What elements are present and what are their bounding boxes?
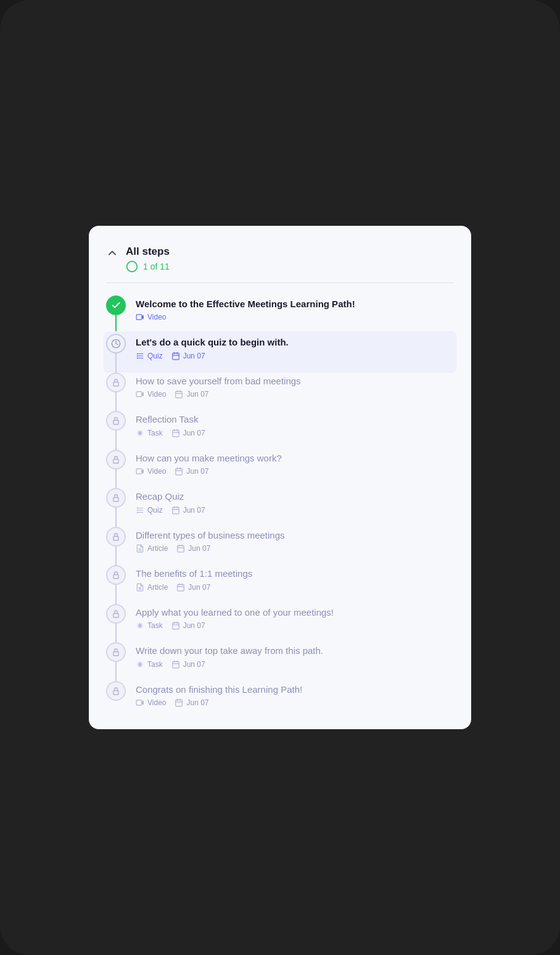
article-icon — [136, 544, 144, 553]
step-type: Video — [136, 390, 166, 399]
step-locked-icon — [106, 450, 126, 469]
step-locked-icon — [106, 681, 126, 701]
list-item[interactable]: How can you make meetings work? Video — [106, 450, 454, 489]
step-date: Jun 07 — [175, 390, 208, 399]
list-item[interactable]: Apply what you learned to one of your me… — [106, 604, 454, 643]
task-icon — [136, 660, 144, 669]
step-meta: Task Jun 07 — [136, 429, 454, 437]
step-connector-line — [115, 392, 117, 411]
step-type: Task — [136, 660, 163, 669]
step-title: Apply what you learned to one of your me… — [136, 606, 454, 619]
step-left — [106, 565, 126, 604]
step-date: Jun 07 — [176, 544, 210, 553]
step-left — [106, 642, 126, 681]
step-locked-icon — [106, 488, 126, 508]
video-icon — [136, 390, 144, 399]
step-connector-line — [115, 585, 117, 604]
header: All steps 1 of 11 — [106, 246, 454, 273]
svg-rect-28 — [136, 469, 142, 474]
step-content: Recap Quiz Quiz — [136, 488, 454, 527]
step-connector-line — [115, 431, 117, 450]
step-meta: Video Jun 07 — [136, 390, 454, 399]
step-connector-line — [115, 353, 117, 373]
list-item[interactable]: The benefits of 1:1 meetings Article — [106, 565, 454, 604]
list-item[interactable]: Welcome to the Effective Meetings Learni… — [106, 296, 454, 334]
step-date: Jun 07 — [171, 621, 205, 630]
svg-rect-38 — [172, 507, 179, 514]
list-item[interactable]: Congrats on finishing this Learning Path… — [106, 681, 454, 708]
task-icon — [136, 429, 144, 437]
step-meta: Task Jun 07 — [136, 621, 454, 630]
step-meta: Quiz Jun 07 — [136, 352, 454, 360]
svg-rect-1 — [136, 315, 142, 320]
calendar-icon — [175, 698, 183, 707]
step-meta: Task Jun 07 — [136, 660, 454, 669]
svg-rect-7 — [172, 353, 179, 360]
step-connector-line — [115, 469, 117, 489]
svg-rect-34 — [113, 498, 118, 502]
step-content: The benefits of 1:1 meetings Article — [136, 565, 454, 604]
step-title: Let's do a quick quiz to begin with. — [136, 336, 454, 349]
step-type: Article — [136, 544, 168, 553]
step-left — [106, 604, 126, 643]
step-left — [106, 527, 126, 566]
svg-rect-18 — [113, 421, 118, 424]
svg-rect-27 — [113, 459, 118, 463]
step-locked-icon — [106, 565, 126, 585]
step-meta: Article Jun 07 — [136, 583, 454, 592]
svg-rect-56 — [113, 613, 118, 617]
svg-rect-14 — [176, 392, 183, 399]
step-type: Article — [136, 583, 168, 592]
svg-rect-75 — [136, 700, 142, 705]
calendar-icon — [171, 660, 180, 669]
calendar-icon — [171, 506, 180, 515]
step-title: Recap Quiz — [136, 490, 454, 503]
list-item[interactable]: Write down your top take away from this … — [106, 642, 454, 681]
step-meta: Video Jun 07 — [136, 467, 454, 476]
list-item[interactable]: Reflection Task Task — [106, 411, 454, 450]
step-type: Task — [136, 429, 163, 437]
step-left — [106, 681, 126, 708]
all-steps-label: All steps — [126, 246, 170, 258]
step-connector-line — [115, 624, 117, 643]
step-type: Video — [136, 467, 166, 476]
step-type: Quiz — [136, 506, 163, 515]
list-item[interactable]: Different types of business meetings Art… — [106, 527, 454, 566]
calendar-icon — [171, 429, 180, 437]
step-date: Jun 07 — [171, 429, 205, 437]
step-meta: Video — [136, 313, 454, 321]
svg-rect-74 — [113, 690, 118, 694]
step-title: Write down your top take away from this … — [136, 645, 454, 657]
list-item[interactable]: Recap Quiz Quiz — [106, 488, 454, 527]
step-meta: Video Jun 07 — [136, 698, 454, 707]
step-connector-line — [115, 662, 117, 681]
svg-rect-42 — [113, 536, 118, 540]
collapse-button[interactable] — [106, 247, 118, 259]
step-completed-icon — [106, 296, 126, 315]
step-content: Write down your top take away from this … — [136, 642, 454, 681]
svg-rect-70 — [172, 661, 179, 668]
step-title: How to save yourself from bad meetings — [136, 375, 454, 387]
step-date: Jun 07 — [175, 467, 208, 476]
step-content: Apply what you learned to one of your me… — [136, 604, 454, 643]
calendar-icon — [171, 621, 180, 630]
list-item[interactable]: How to save yourself from bad meetings V… — [106, 373, 454, 411]
step-content: Let's do a quick quiz to begin with. Qui… — [136, 334, 454, 373]
step-type: Task — [136, 621, 163, 630]
svg-rect-61 — [172, 623, 179, 630]
divider — [106, 283, 454, 283]
steps-list: Welcome to the Effective Meetings Learni… — [106, 296, 454, 708]
step-locked-icon — [106, 527, 126, 547]
step-meta: Article Jun 07 — [136, 544, 454, 553]
step-locked-icon — [106, 642, 126, 662]
step-date: Jun 07 — [171, 660, 205, 669]
svg-rect-52 — [178, 584, 184, 591]
step-date: Jun 07 — [175, 698, 208, 707]
step-meta: Quiz Jun 07 — [136, 506, 454, 515]
step-content: How can you make meetings work? Video — [136, 450, 454, 489]
step-connector-line — [115, 508, 117, 527]
list-item[interactable]: Let's do a quick quiz to begin with. Qui… — [104, 331, 456, 373]
step-locked-icon — [106, 411, 126, 431]
step-left — [106, 450, 126, 489]
step-title: Congrats on finishing this Learning Path… — [136, 684, 454, 696]
